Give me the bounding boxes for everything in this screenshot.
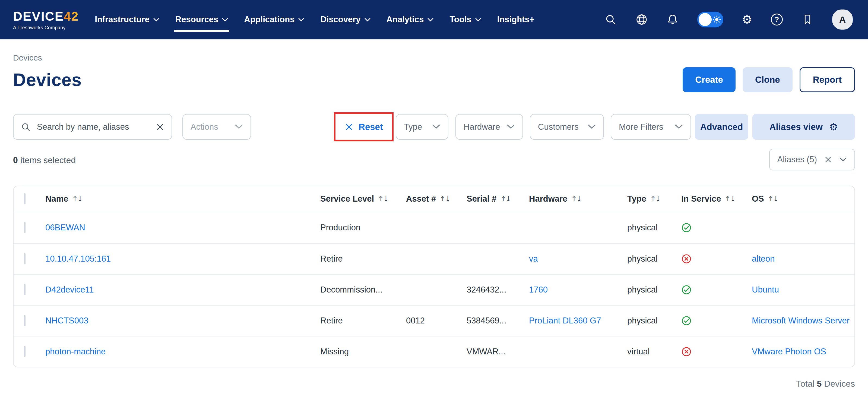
service-level-cell: Missing xyxy=(320,347,406,356)
total-devices-text: Total 5 Devices xyxy=(13,379,855,389)
device42-logo[interactable]: DEVICE42 A Freshworks Company xyxy=(13,9,79,31)
nav-item-applications[interactable]: Applications xyxy=(244,0,305,39)
settings-gear-icon[interactable]: ⚙ xyxy=(742,13,752,26)
customers-filter-dropdown[interactable]: Customers xyxy=(530,114,604,140)
type-filter-dropdown[interactable]: Type xyxy=(396,114,448,140)
chevron-down-icon xyxy=(507,124,515,129)
sort-icon[interactable]: ↑↓ xyxy=(650,195,660,203)
theme-toggle[interactable] xyxy=(697,12,723,27)
os-link[interactable]: Microsoft Windows Server xyxy=(752,316,849,325)
type-cell: physical xyxy=(627,285,681,295)
nav-item-resources[interactable]: Resources xyxy=(175,0,228,39)
sort-icon[interactable]: ↑↓ xyxy=(378,195,388,203)
column-header-name[interactable]: Name↑↓ xyxy=(45,194,320,204)
hardware-link[interactable]: ProLiant DL360 G7 xyxy=(529,316,601,325)
in-service-cell xyxy=(681,223,752,233)
logo-tagline: A Freshworks Company xyxy=(13,25,79,31)
nav-item-insights[interactable]: Insights+ xyxy=(497,0,534,39)
chevron-down-icon xyxy=(153,18,160,22)
column-header-os[interactable]: OS↑↓ xyxy=(752,194,855,204)
user-avatar[interactable]: A xyxy=(832,9,853,30)
os-link[interactable]: Ubuntu xyxy=(752,285,779,294)
table-row: 06BEWAN Production physical xyxy=(13,212,855,243)
bookmark-icon[interactable] xyxy=(801,13,814,26)
nav-item-analytics[interactable]: Analytics xyxy=(386,0,434,39)
sort-icon[interactable]: ↑↓ xyxy=(768,195,778,203)
type-cell: physical xyxy=(627,316,681,326)
notifications-bell-icon[interactable] xyxy=(666,13,679,26)
device-name-link[interactable]: 06BEWAN xyxy=(45,223,85,232)
device-name-link[interactable]: 10.10.47.105:161 xyxy=(45,254,111,263)
device-name-link[interactable]: photon-machine xyxy=(45,347,105,356)
chevron-down-icon[interactable] xyxy=(839,157,847,162)
row-checkbox[interactable] xyxy=(24,346,26,357)
hardware-link[interactable]: 1760 xyxy=(529,285,548,294)
breadcrumb[interactable]: Devices xyxy=(13,53,855,62)
aliases-view-button[interactable]: Aliases view ⚙ xyxy=(752,114,855,140)
select-all-checkbox[interactable] xyxy=(24,193,26,204)
service-level-cell: Decommission... xyxy=(320,285,406,295)
table-row: photon-machine Missing VMWAR... virtual … xyxy=(13,336,855,367)
chevron-down-icon xyxy=(588,124,596,129)
nav-item-discovery[interactable]: Discovery xyxy=(320,0,371,39)
remove-chip-icon[interactable] xyxy=(824,156,832,164)
os-link[interactable]: alteon xyxy=(752,254,775,263)
sort-icon[interactable]: ↑↓ xyxy=(72,195,82,203)
create-button[interactable]: Create xyxy=(683,67,736,92)
more-filters-dropdown[interactable]: More Filters xyxy=(611,114,691,140)
table-row: NHCTS003 Retire 0012 5384569... ProLiant… xyxy=(13,305,855,336)
hardware-filter-dropdown[interactable]: Hardware xyxy=(456,114,523,140)
main-nav: Infrastructure Resources Applications Di… xyxy=(95,0,534,39)
in-service-cell xyxy=(681,316,752,326)
gear-icon[interactable]: ⚙ xyxy=(829,122,838,132)
column-header-hardware[interactable]: Hardware↑↓ xyxy=(529,194,627,204)
reset-button-highlighted[interactable]: Reset xyxy=(334,112,394,141)
aliases-filter-chip[interactable]: Aliases (5) xyxy=(769,149,855,170)
row-checkbox[interactable] xyxy=(24,284,26,295)
hardware-link[interactable]: va xyxy=(529,254,538,263)
chevron-down-icon xyxy=(235,124,243,129)
row-checkbox[interactable] xyxy=(24,253,26,264)
column-header-type[interactable]: Type↑↓ xyxy=(627,194,681,204)
type-cell: physical xyxy=(627,254,681,264)
search-input[interactable] xyxy=(36,122,150,132)
asset-cell: 0012 xyxy=(406,316,467,326)
table-row: D42device11 Decommission... 3246432... 1… xyxy=(13,274,855,305)
nav-item-tools[interactable]: Tools xyxy=(450,0,481,39)
serial-cell: VMWAR... xyxy=(467,347,529,356)
column-header-asset[interactable]: Asset #↑↓ xyxy=(406,194,467,204)
report-button[interactable]: Report xyxy=(800,67,855,92)
service-level-cell: Retire xyxy=(320,254,406,264)
in-service-no-icon xyxy=(681,347,691,357)
table-row: 10.10.47.105:161 Retire va physical alte… xyxy=(13,243,855,274)
os-link[interactable]: VMware Photon OS xyxy=(752,347,826,356)
service-level-cell: Production xyxy=(320,223,406,232)
column-header-in-service[interactable]: In Service↑↓ xyxy=(681,194,752,204)
device-name-link[interactable]: D42device11 xyxy=(45,285,94,294)
nav-item-infrastructure[interactable]: Infrastructure xyxy=(95,0,160,39)
row-checkbox[interactable] xyxy=(24,315,26,326)
type-cell: physical xyxy=(627,223,681,232)
sort-icon[interactable]: ↑↓ xyxy=(571,195,581,203)
in-service-cell xyxy=(681,347,752,357)
row-checkbox[interactable] xyxy=(24,222,26,233)
search-field xyxy=(13,114,172,140)
help-icon[interactable]: ? xyxy=(771,13,783,26)
logo-number-text: 42 xyxy=(64,9,79,24)
device-name-link[interactable]: NHCTS003 xyxy=(45,316,89,325)
search-icon[interactable] xyxy=(604,13,617,26)
clone-button[interactable]: Clone xyxy=(743,67,793,92)
topbar-icon-group: ⚙ ? A xyxy=(604,9,853,30)
globe-icon[interactable] xyxy=(636,13,648,26)
column-header-serial[interactable]: Serial #↑↓ xyxy=(467,194,529,204)
column-header-service-level[interactable]: Service Level↑↓ xyxy=(320,194,406,204)
type-cell: virtual xyxy=(627,347,681,356)
advanced-button[interactable]: Advanced xyxy=(695,114,748,140)
sort-icon[interactable]: ↑↓ xyxy=(500,195,510,203)
sort-icon[interactable]: ↑↓ xyxy=(725,195,735,203)
sort-icon[interactable]: ↑↓ xyxy=(440,195,450,203)
actions-dropdown[interactable]: Actions xyxy=(182,114,251,140)
table-header-row: Name↑↓ Service Level↑↓ Asset #↑↓ Serial … xyxy=(13,186,855,212)
chevron-down-icon xyxy=(298,18,305,22)
clear-search-icon[interactable] xyxy=(156,123,164,131)
